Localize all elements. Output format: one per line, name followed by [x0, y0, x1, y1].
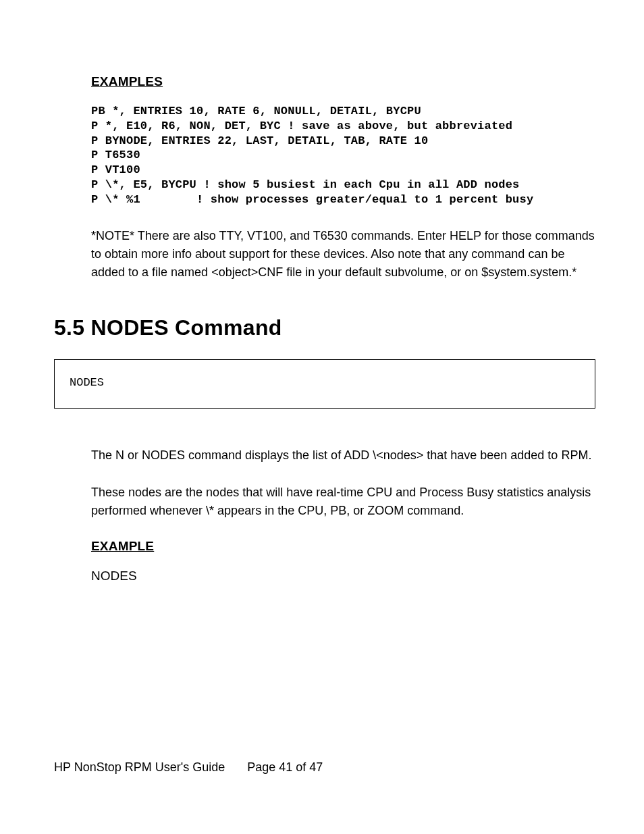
code-examples-block: PB *, ENTRIES 10, RATE 6, NONULL, DETAIL…: [91, 104, 597, 207]
examples-heading: EXAMPLES: [91, 74, 597, 89]
syntax-box: NODES: [54, 359, 595, 409]
example-heading: EXAMPLE: [91, 539, 597, 554]
body-paragraph-2: These nodes are the nodes that will have…: [91, 484, 597, 520]
document-page: EXAMPLES PB *, ENTRIES 10, RATE 6, NONUL…: [0, 0, 644, 583]
note-paragraph: *NOTE* There are also TTY, VT100, and T6…: [91, 227, 597, 282]
syntax-text: NODES: [70, 376, 104, 389]
footer-guide-title: HP NonStop RPM User's Guide: [54, 760, 225, 775]
body-paragraph-1: The N or NODES command displays the list…: [91, 446, 597, 465]
section-heading: 5.5 NODES Command: [54, 315, 597, 340]
page-footer: HP NonStop RPM User's Guide Page 41 of 4…: [54, 760, 323, 775]
example-command: NODES: [91, 569, 597, 583]
footer-page-number: Page 41 of 47: [247, 760, 323, 775]
